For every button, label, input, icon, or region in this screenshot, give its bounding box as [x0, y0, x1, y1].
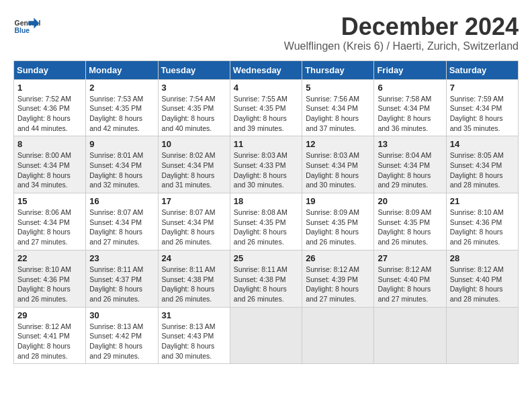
day-number: 21 [450, 196, 515, 206]
day-cell-13: 13Sunrise: 8:04 AMSunset: 4:34 PMDayligh… [374, 136, 446, 193]
day-cell-15: 15Sunrise: 8:06 AMSunset: 4:34 PMDayligh… [14, 193, 86, 250]
col-header-wednesday: Wednesday [230, 60, 302, 79]
day-cell-4: 4Sunrise: 7:55 AMSunset: 4:35 PMDaylight… [230, 79, 302, 136]
day-cell-7: 7Sunrise: 7:59 AMSunset: 4:34 PMDaylight… [446, 79, 518, 136]
day-cell-8: 8Sunrise: 8:00 AMSunset: 4:34 PMDaylight… [14, 136, 86, 193]
day-info: Sunrise: 8:10 AMSunset: 4:36 PMDaylight:… [450, 208, 515, 247]
day-info: Sunrise: 8:13 AMSunset: 4:43 PMDaylight:… [162, 322, 226, 361]
day-number: 27 [378, 253, 442, 263]
day-number: 6 [378, 83, 442, 93]
day-info: Sunrise: 8:11 AMSunset: 4:37 PMDaylight:… [89, 265, 154, 304]
day-cell-28: 28Sunrise: 8:12 AMSunset: 4:40 PMDayligh… [446, 250, 518, 307]
day-info: Sunrise: 8:02 AMSunset: 4:34 PMDaylight:… [162, 150, 226, 190]
day-info: Sunrise: 8:10 AMSunset: 4:36 PMDaylight:… [17, 265, 82, 304]
day-cell-14: 14Sunrise: 8:05 AMSunset: 4:34 PMDayligh… [446, 136, 518, 193]
day-cell-19: 19Sunrise: 8:09 AMSunset: 4:35 PMDayligh… [302, 193, 374, 250]
week-row-2: 8Sunrise: 8:00 AMSunset: 4:34 PMDaylight… [14, 136, 519, 193]
empty-cell [446, 307, 518, 364]
day-info: Sunrise: 8:07 AMSunset: 4:34 PMDaylight:… [89, 208, 154, 247]
day-cell-2: 2Sunrise: 7:53 AMSunset: 4:35 PMDaylight… [86, 79, 158, 136]
week-row-4: 22Sunrise: 8:10 AMSunset: 4:36 PMDayligh… [14, 250, 519, 307]
day-number: 29 [17, 310, 82, 320]
day-info: Sunrise: 8:01 AMSunset: 4:34 PMDaylight:… [89, 150, 154, 190]
day-cell-11: 11Sunrise: 8:03 AMSunset: 4:33 PMDayligh… [230, 136, 302, 193]
day-number: 11 [234, 139, 298, 149]
week-row-3: 15Sunrise: 8:06 AMSunset: 4:34 PMDayligh… [14, 193, 519, 250]
day-number: 16 [89, 196, 154, 206]
day-cell-31: 31Sunrise: 8:13 AMSunset: 4:43 PMDayligh… [158, 307, 230, 364]
day-number: 28 [450, 253, 515, 263]
day-number: 13 [378, 139, 442, 149]
day-cell-30: 30Sunrise: 8:13 AMSunset: 4:42 PMDayligh… [86, 307, 158, 364]
day-cell-1: 1Sunrise: 7:52 AMSunset: 4:36 PMDaylight… [14, 79, 86, 136]
day-info: Sunrise: 8:09 AMSunset: 4:35 PMDaylight:… [306, 208, 370, 247]
calendar-table: SundayMondayTuesdayWednesdayThursdayFrid… [13, 60, 519, 365]
empty-cell [302, 307, 374, 364]
day-info: Sunrise: 8:09 AMSunset: 4:35 PMDaylight:… [378, 208, 442, 247]
day-cell-12: 12Sunrise: 8:03 AMSunset: 4:34 PMDayligh… [302, 136, 374, 193]
empty-cell [230, 307, 302, 364]
day-info: Sunrise: 8:00 AMSunset: 4:34 PMDaylight:… [17, 150, 82, 190]
day-number: 5 [306, 83, 370, 93]
week-row-5: 29Sunrise: 8:12 AMSunset: 4:41 PMDayligh… [14, 307, 519, 364]
day-number: 25 [234, 253, 298, 263]
day-number: 1 [17, 83, 82, 93]
day-info: Sunrise: 7:58 AMSunset: 4:34 PMDaylight:… [378, 94, 442, 134]
day-info: Sunrise: 8:11 AMSunset: 4:38 PMDaylight:… [234, 265, 298, 304]
col-header-thursday: Thursday [302, 60, 374, 79]
day-info: Sunrise: 8:04 AMSunset: 4:34 PMDaylight:… [378, 150, 442, 190]
header: General Blue December 2024 Wuelflingen (… [13, 13, 519, 58]
title-block: December 2024 Wuelflingen (Kreis 6) / Ha… [284, 13, 519, 58]
day-cell-29: 29Sunrise: 8:12 AMSunset: 4:41 PMDayligh… [14, 307, 86, 364]
col-header-tuesday: Tuesday [158, 60, 230, 79]
day-info: Sunrise: 8:12 AMSunset: 4:39 PMDaylight:… [306, 265, 370, 304]
day-number: 7 [450, 83, 515, 93]
day-cell-22: 22Sunrise: 8:10 AMSunset: 4:36 PMDayligh… [14, 250, 86, 307]
day-number: 19 [306, 196, 370, 206]
day-number: 8 [17, 139, 82, 149]
day-info: Sunrise: 8:11 AMSunset: 4:38 PMDaylight:… [162, 265, 226, 304]
day-cell-3: 3Sunrise: 7:54 AMSunset: 4:35 PMDaylight… [158, 79, 230, 136]
day-cell-9: 9Sunrise: 8:01 AMSunset: 4:34 PMDaylight… [86, 136, 158, 193]
day-info: Sunrise: 8:07 AMSunset: 4:34 PMDaylight:… [162, 208, 226, 247]
day-number: 9 [89, 139, 154, 149]
day-cell-10: 10Sunrise: 8:02 AMSunset: 4:34 PMDayligh… [158, 136, 230, 193]
day-number: 20 [378, 196, 442, 206]
day-number: 23 [89, 253, 154, 263]
day-info: Sunrise: 7:59 AMSunset: 4:34 PMDaylight:… [450, 94, 515, 134]
day-number: 4 [234, 83, 298, 93]
location-title: Wuelflingen (Kreis 6) / Haerti, Zurich, … [284, 40, 519, 52]
day-info: Sunrise: 8:03 AMSunset: 4:34 PMDaylight:… [306, 150, 370, 190]
day-number: 3 [162, 83, 226, 93]
day-number: 10 [162, 139, 226, 149]
day-cell-5: 5Sunrise: 7:56 AMSunset: 4:34 PMDaylight… [302, 79, 374, 136]
col-header-sunday: Sunday [14, 60, 86, 79]
day-cell-18: 18Sunrise: 8:08 AMSunset: 4:35 PMDayligh… [230, 193, 302, 250]
day-number: 14 [450, 139, 515, 149]
week-row-1: 1Sunrise: 7:52 AMSunset: 4:36 PMDaylight… [14, 79, 519, 136]
day-cell-16: 16Sunrise: 8:07 AMSunset: 4:34 PMDayligh… [86, 193, 158, 250]
col-header-friday: Friday [374, 60, 446, 79]
day-number: 18 [234, 196, 298, 206]
month-title: December 2024 [284, 13, 519, 40]
col-header-saturday: Saturday [446, 60, 518, 79]
day-cell-25: 25Sunrise: 8:11 AMSunset: 4:38 PMDayligh… [230, 250, 302, 307]
day-info: Sunrise: 7:53 AMSunset: 4:35 PMDaylight:… [89, 94, 154, 134]
day-number: 2 [89, 83, 154, 93]
svg-text:Blue: Blue [15, 27, 30, 34]
day-info: Sunrise: 7:55 AMSunset: 4:35 PMDaylight:… [234, 94, 298, 134]
day-info: Sunrise: 7:52 AMSunset: 4:36 PMDaylight:… [17, 94, 82, 134]
day-number: 31 [162, 310, 226, 320]
day-number: 30 [89, 310, 154, 320]
logo: General Blue [13, 13, 43, 40]
day-cell-23: 23Sunrise: 8:11 AMSunset: 4:37 PMDayligh… [86, 250, 158, 307]
day-cell-21: 21Sunrise: 8:10 AMSunset: 4:36 PMDayligh… [446, 193, 518, 250]
day-info: Sunrise: 8:06 AMSunset: 4:34 PMDaylight:… [17, 208, 82, 247]
day-cell-17: 17Sunrise: 8:07 AMSunset: 4:34 PMDayligh… [158, 193, 230, 250]
day-number: 15 [17, 196, 82, 206]
day-number: 24 [162, 253, 226, 263]
day-number: 22 [17, 253, 82, 263]
day-number: 26 [306, 253, 370, 263]
day-info: Sunrise: 8:05 AMSunset: 4:34 PMDaylight:… [450, 150, 515, 190]
col-header-monday: Monday [86, 60, 158, 79]
